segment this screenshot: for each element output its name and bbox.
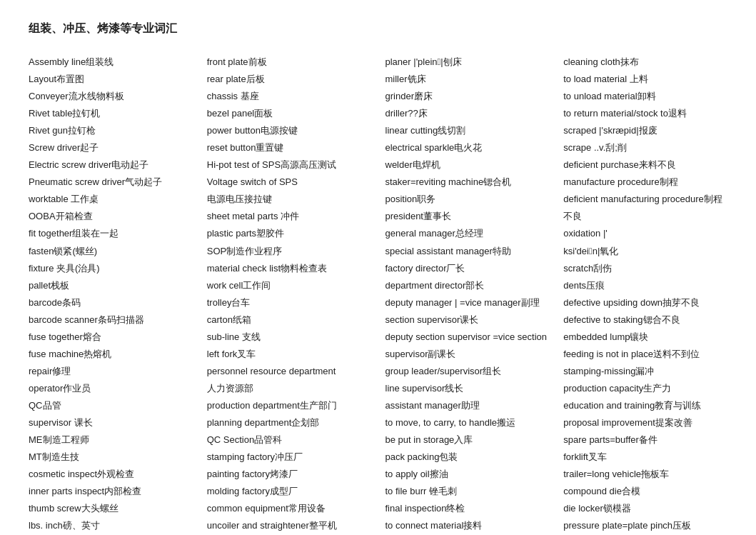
vocabulary-entry: to move, to carry, to handle搬运	[385, 414, 550, 431]
vocabulary-entry: die locker锁模器	[563, 500, 727, 517]
vocabulary-entry: QC品管	[29, 397, 193, 414]
vocabulary-entry: barcode scanner条码扫描器	[29, 311, 193, 329]
column-1: Assembly line组装线Layout布置图Conveyer流水线物料板R…	[29, 54, 193, 535]
vocabulary-entry: to load material 上料	[563, 71, 727, 88]
vocabulary-entry: ksi'dein|氧化	[563, 243, 727, 260]
vocabulary-entry: sheet metal parts 冲件	[207, 208, 371, 225]
vocabulary-entry: president董事长	[385, 208, 550, 225]
vocabulary-entry: fasten锁紧(螺丝)	[29, 243, 193, 260]
vocabulary-entry: to unload material卸料	[563, 88, 727, 105]
vocabulary-entry: left fork叉车	[207, 346, 371, 363]
vocabulary-entry: 电源电压接拉键	[207, 191, 371, 208]
column-2: front plate前板rear plate后板chassis 基座bezel…	[207, 54, 371, 535]
vocabulary-entry: barcode条码	[29, 294, 193, 311]
vocabulary-entry: be put in storage入库	[385, 431, 550, 449]
vocabulary-entry: assistant manager助理	[385, 397, 550, 414]
vocabulary-entry: to apply oil擦油	[385, 466, 550, 483]
vocabulary-entry: pallet栈板	[29, 277, 193, 294]
vocabulary-entry: SOP制造作业程序	[207, 243, 371, 260]
vocabulary-entry: production department生产部门	[207, 397, 371, 414]
vocabulary-entry: final inspection终检	[385, 500, 550, 517]
vocabulary-entry: production capacity生产力	[563, 380, 727, 397]
vocabulary-entry: deputy manager | =vice manager副理	[385, 294, 550, 311]
vocabulary-entry: supervisor 课长	[29, 414, 193, 431]
column-4: cleaning cloth抹布to load material 上料to un…	[563, 54, 727, 535]
vocabulary-entry: Pneumatic screw driver气动起子	[29, 174, 193, 191]
vocabulary-entry: trolley台车	[207, 294, 371, 311]
vocabulary-entry: scrape ..v.刮;削	[563, 139, 727, 156]
vocabulary-entry: pack packing包装	[385, 449, 550, 466]
vocabulary-entry: power button电源按键	[207, 122, 371, 139]
vocabulary-entry: molding factory成型厂	[207, 483, 371, 500]
vocabulary-entry: deficient purchase来料不良	[563, 156, 727, 174]
vocabulary-entry: fixture 夹具(治具)	[29, 260, 193, 277]
vocabulary-entry: to return material/stock to退料	[563, 105, 727, 122]
vocabulary-columns: Assembly line组装线Layout布置图Conveyer流水线物料板R…	[29, 54, 727, 535]
vocabulary-entry: Layout布置图	[29, 71, 193, 88]
vocabulary-entry: spare parts=buffer备件	[563, 431, 727, 449]
vocabulary-entry: scratch刮伤	[563, 260, 727, 277]
vocabulary-entry: Assembly line组装线	[29, 54, 193, 71]
vocabulary-entry: 人力资源部	[207, 380, 371, 397]
vocabulary-entry: Voltage switch of SPS	[207, 174, 371, 191]
page-title: 组装、冲压、烤漆等专业词汇	[29, 21, 727, 36]
vocabulary-entry: factory director厂长	[385, 260, 550, 277]
vocabulary-entry: position职务	[385, 191, 550, 208]
vocabulary-entry: thumb screw大头螺丝	[29, 500, 193, 517]
vocabulary-entry: repair修理	[29, 363, 193, 380]
vocabulary-entry: department director部长	[385, 277, 550, 294]
vocabulary-entry: to file burr 锉毛刺	[385, 483, 550, 500]
vocabulary-entry: Hi-pot test of SPS高源高压测试	[207, 156, 371, 174]
vocabulary-entry: planning department企划部	[207, 414, 371, 431]
vocabulary-entry: electrical sparkle电火花	[385, 139, 550, 156]
vocabulary-entry: deputy section supervisor =vice section …	[385, 329, 550, 363]
vocabulary-entry: group leader/supervisor组长	[385, 363, 550, 380]
vocabulary-entry: to connect material接料	[385, 517, 550, 534]
vocabulary-entry: driller??床	[385, 105, 550, 122]
vocabulary-entry: special assistant manager特助	[385, 243, 550, 260]
vocabulary-entry: manufacture procedure制程	[563, 174, 727, 191]
vocabulary-entry: section supervisor课长	[385, 311, 550, 329]
vocabulary-entry: education and training教育与训练	[563, 397, 727, 414]
vocabulary-entry: Rivet table拉钉机	[29, 105, 193, 122]
vocabulary-entry: plastic parts塑胶件	[207, 225, 371, 242]
vocabulary-entry: bezel panel面板	[207, 105, 371, 122]
vocabulary-entry: sub-line 支线	[207, 329, 371, 346]
vocabulary-entry: scraped |'skræpid|报废	[563, 122, 727, 139]
vocabulary-entry: inner parts inspect内部检查	[29, 483, 193, 500]
vocabulary-entry: operator作业员	[29, 380, 193, 397]
vocabulary-entry: miller铣床	[385, 71, 550, 88]
vocabulary-entry: staker=reviting machine锶合机	[385, 174, 550, 191]
vocabulary-entry: Conveyer流水线物料板	[29, 88, 193, 105]
vocabulary-entry: forklift叉车	[563, 449, 727, 466]
vocabulary-entry: dents压痕	[563, 277, 727, 294]
vocabulary-entry: uncoiler and straightener整平机	[207, 517, 371, 534]
vocabulary-entry: Electric screw driver电动起子	[29, 156, 193, 174]
vocabulary-entry: line supervisor线长	[385, 380, 550, 397]
vocabulary-entry: painting factory烤漆厂	[207, 466, 371, 483]
vocabulary-entry: cosmetic inspect外观检查	[29, 466, 193, 483]
vocabulary-entry: stamping-missing漏冲	[563, 363, 727, 380]
vocabulary-entry: OOBA开箱检查	[29, 208, 193, 225]
vocabulary-entry: MT制造生技	[29, 449, 193, 466]
vocabulary-entry: reset button重置键	[207, 139, 371, 156]
vocabulary-entry: front plate前板	[207, 54, 371, 71]
vocabulary-entry: trailer=long vehicle拖板车	[563, 466, 727, 483]
vocabulary-entry: defective upsiding down抽芽不良	[563, 294, 727, 311]
vocabulary-entry: fuse together熔合	[29, 329, 193, 346]
vocabulary-entry: lbs. inch磅、英寸	[29, 517, 193, 534]
vocabulary-entry: stamping factory冲压厂	[207, 449, 371, 466]
vocabulary-entry: pressure plate=plate pinch压板	[563, 517, 727, 534]
vocabulary-entry: oxidation |'	[563, 225, 727, 242]
vocabulary-entry: defective to staking锶合不良	[563, 311, 727, 329]
vocabulary-entry: compound die合模	[563, 483, 727, 500]
vocabulary-entry: work cell工作间	[207, 277, 371, 294]
vocabulary-entry: proposal improvement提案改善	[563, 414, 727, 431]
vocabulary-entry: grinder磨床	[385, 88, 550, 105]
vocabulary-entry: Screw driver起子	[29, 139, 193, 156]
vocabulary-entry: embedded lump镶块	[563, 329, 727, 346]
vocabulary-entry: deficient manufacturing procedure制程不良	[563, 191, 727, 225]
vocabulary-entry: feeding is not in place送料不到位	[563, 346, 727, 363]
vocabulary-entry: Rivet gun拉钉枪	[29, 122, 193, 139]
vocabulary-entry: fuse machine热熔机	[29, 346, 193, 363]
